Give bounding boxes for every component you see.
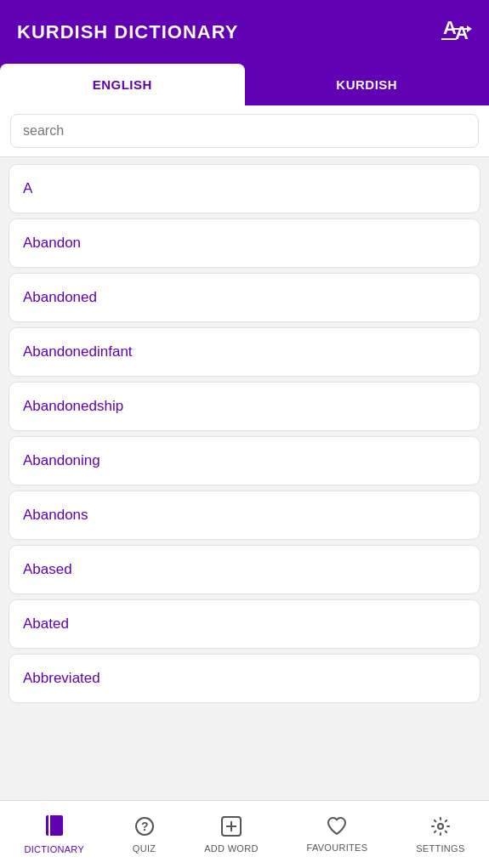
svg-text:A: A <box>455 22 469 43</box>
list-item[interactable]: Abbreviated <box>9 654 480 703</box>
list-item[interactable]: Abandonedship <box>9 382 480 431</box>
app-header: KURDISH DICTIONARY A A <box>0 0 489 64</box>
translate-icon[interactable]: A A <box>441 15 472 49</box>
nav-item-favourites[interactable]: FAVOURITES <box>306 817 367 853</box>
list-item[interactable]: Abandon <box>9 218 480 268</box>
svg-rect-6 <box>48 815 50 836</box>
list-item[interactable]: Abandonedinfant <box>9 327 480 377</box>
nav-item-settings[interactable]: SETTINGS <box>416 816 464 854</box>
nav-label-favourites: FAVOURITES <box>306 842 367 853</box>
svg-text:?: ? <box>141 820 149 833</box>
search-container <box>0 105 489 157</box>
nav-label-quiz: QUIZ <box>133 843 156 854</box>
book-icon <box>44 815 65 841</box>
nav-item-quiz[interactable]: ? QUIZ <box>133 816 156 854</box>
search-input[interactable] <box>10 114 479 148</box>
list-item[interactable]: A <box>9 164 480 213</box>
tab-kurdish[interactable]: KURDISH <box>245 64 490 105</box>
gear-icon <box>430 816 451 840</box>
app-title: KURDISH DICTIONARY <box>17 21 238 43</box>
bottom-nav: DICTIONARY ? QUIZ ADD WORD FAVOUR <box>0 800 489 868</box>
list-item[interactable]: Abandoning <box>9 436 480 485</box>
list-item[interactable]: Abandons <box>9 491 480 540</box>
tab-english[interactable]: ENGLISH <box>0 64 245 105</box>
plus-icon <box>221 816 242 840</box>
nav-item-dictionary[interactable]: DICTIONARY <box>24 815 84 854</box>
list-item[interactable]: Abandoned <box>9 273 480 322</box>
heart-icon <box>327 817 347 839</box>
word-list: A Abandon Abandoned Abandonedinfant Aban… <box>0 157 489 798</box>
list-item[interactable]: Abated <box>9 599 480 649</box>
nav-label-dictionary: DICTIONARY <box>24 844 84 854</box>
nav-label-settings: SETTINGS <box>416 843 464 854</box>
nav-label-add-word: ADD WORD <box>204 843 259 854</box>
list-item[interactable]: Abased <box>9 545 480 594</box>
svg-marker-4 <box>467 26 472 32</box>
question-icon: ? <box>134 816 155 840</box>
nav-item-add-word[interactable]: ADD WORD <box>204 816 259 854</box>
language-tabs: ENGLISH KURDISH <box>0 64 489 105</box>
svg-point-12 <box>438 824 443 829</box>
